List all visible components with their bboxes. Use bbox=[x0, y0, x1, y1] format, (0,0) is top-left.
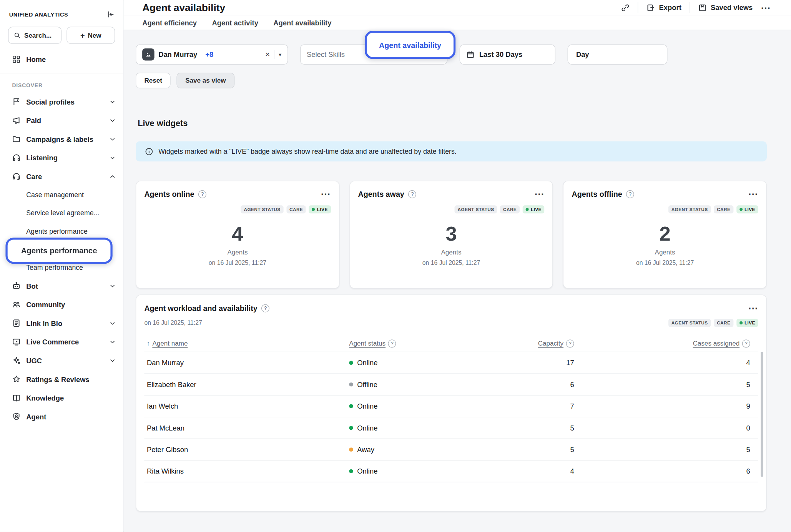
tab-agent-efficiency[interactable]: Agent efficiency bbox=[142, 19, 197, 27]
ellipsis-icon: ⋯ bbox=[748, 303, 758, 313]
share-link-button[interactable] bbox=[621, 3, 630, 12]
sidebar-item-paid[interactable]: Paid bbox=[0, 111, 123, 130]
page-link-icon bbox=[12, 319, 21, 328]
sidebar-item-ugc[interactable]: UGC bbox=[0, 351, 123, 370]
help-icon[interactable]: ? bbox=[742, 339, 750, 347]
capacity-cell: 5 bbox=[500, 424, 578, 432]
plus-icon: + bbox=[80, 32, 85, 39]
granularity-value: Day bbox=[576, 50, 589, 58]
table-row[interactable]: Rita Wilkins Online 4 6 bbox=[144, 461, 758, 482]
agent-status-cell: Offline bbox=[349, 381, 500, 389]
agent-shield-icon bbox=[12, 412, 21, 421]
export-button[interactable]: Export bbox=[646, 3, 681, 12]
care-badge: CARE bbox=[714, 205, 733, 213]
saved-views-button[interactable]: Saved views bbox=[698, 3, 753, 12]
new-button[interactable]: + New bbox=[66, 27, 115, 44]
export-icon bbox=[646, 3, 655, 12]
table-row[interactable]: Pat McLean Online 5 0 bbox=[144, 417, 758, 439]
table-scrollbar[interactable] bbox=[761, 352, 763, 477]
help-icon[interactable]: ? bbox=[388, 339, 396, 347]
sidebar-item-label: Paid bbox=[26, 116, 41, 125]
status-dot bbox=[349, 469, 353, 474]
sort-asc-icon[interactable]: ↑ bbox=[147, 340, 150, 347]
tab-agent-availability[interactable]: Agent availability bbox=[273, 19, 331, 27]
help-icon[interactable]: ? bbox=[566, 339, 574, 347]
skills-placeholder: Select Skills bbox=[307, 50, 345, 58]
ellipsis-icon: ⋯ bbox=[761, 3, 771, 13]
sidebar-item-live-commerce[interactable]: Live Commerce bbox=[0, 332, 123, 351]
link-icon bbox=[621, 3, 630, 12]
card-menu-button[interactable]: ⋯ bbox=[748, 189, 758, 199]
card-menu-button[interactable]: ⋯ bbox=[321, 189, 331, 199]
agent-filter-chip[interactable]: Dan Murray +8 ✕ ▾ bbox=[136, 45, 288, 65]
headset-icon bbox=[12, 172, 21, 181]
cases-assigned-cell: 9 bbox=[578, 402, 758, 410]
sidebar-item-campaigns-labels[interactable]: Campaigns & labels bbox=[0, 130, 123, 148]
live-info-banner: Widgets marked with a "LIVE" badge alway… bbox=[136, 141, 767, 162]
table-row[interactable]: Ian Welch Online 7 9 bbox=[144, 396, 758, 417]
clear-filter-icon[interactable]: ✕ bbox=[265, 51, 270, 58]
sidebar-item-service-level-agreements[interactable]: Service level agreeme... bbox=[0, 204, 123, 222]
card-menu-button[interactable]: ⋯ bbox=[748, 303, 758, 313]
search-input[interactable]: Search... bbox=[8, 27, 61, 44]
capacity-cell: 6 bbox=[500, 381, 578, 389]
metric-value: 4 bbox=[144, 223, 331, 245]
chevron-down-icon bbox=[109, 357, 116, 364]
sidebar-item-link-in-bio[interactable]: Link in Bio bbox=[0, 314, 123, 332]
table-row[interactable]: Elizabeth Baker Offline 6 5 bbox=[144, 374, 758, 396]
column-capacity[interactable]: Capacity bbox=[538, 339, 563, 347]
save-as-view-button[interactable]: Save as view bbox=[177, 73, 234, 88]
chevron-down-icon[interactable]: ▾ bbox=[279, 52, 281, 57]
agents-offline-card: Agents offline ? ⋯ AGENT STATUS CARE LIV… bbox=[563, 181, 767, 289]
chevron-down-icon bbox=[109, 98, 116, 105]
agent-status-cell: Online bbox=[349, 467, 500, 475]
metric-timestamp: on 16 Jul 2025, 11:27 bbox=[144, 259, 331, 266]
annotation-agent-availability-tab[interactable]: Agent availability bbox=[365, 31, 455, 59]
column-cases-assigned[interactable]: Cases assigned bbox=[693, 339, 739, 347]
annotation-tab-label: Agent availability bbox=[379, 41, 441, 49]
folder-icon bbox=[12, 135, 21, 143]
metric-value: 2 bbox=[572, 223, 758, 245]
annotation-agents-performance: Agents performance bbox=[5, 238, 112, 264]
ellipsis-icon: ⋯ bbox=[321, 189, 331, 199]
sidebar-item-label: Campaigns & labels bbox=[26, 135, 93, 143]
people-icon bbox=[12, 300, 21, 309]
page-content: Dan Murray +8 ✕ ▾ Select Skills ▾ bbox=[124, 30, 791, 532]
help-icon[interactable]: ? bbox=[408, 190, 416, 198]
sidebar-item-agent[interactable]: Agent bbox=[0, 407, 123, 426]
column-agent-name[interactable]: Agent name bbox=[152, 339, 188, 347]
sidebar-item-ratings-reviews[interactable]: Ratings & Reviews bbox=[0, 370, 123, 389]
date-range-value: Last 30 Days bbox=[479, 50, 522, 58]
help-icon[interactable]: ? bbox=[261, 304, 269, 312]
help-icon[interactable]: ? bbox=[626, 190, 634, 198]
sidebar-item-listening[interactable]: Listening bbox=[0, 148, 123, 167]
collapse-sidebar-button[interactable] bbox=[106, 10, 115, 18]
capacity-cell: 7 bbox=[500, 402, 578, 410]
sidebar-item-care[interactable]: Care bbox=[0, 167, 123, 186]
new-button-label: New bbox=[88, 32, 101, 39]
card-title: Agents offline bbox=[572, 190, 622, 198]
sidebar-item-community[interactable]: Community bbox=[0, 295, 123, 314]
table-row[interactable]: Peter Gibson Away 5 5 bbox=[144, 439, 758, 461]
column-agent-status[interactable]: Agent status bbox=[349, 339, 386, 347]
sidebar-item-case-management[interactable]: Case management bbox=[0, 186, 123, 204]
sidebar-item-knowledge[interactable]: Knowledge bbox=[0, 389, 123, 407]
sidebar-item-home[interactable]: Home bbox=[0, 50, 123, 69]
table-row[interactable]: Dan Murray Online 17 4 bbox=[144, 352, 758, 374]
help-icon[interactable]: ? bbox=[198, 190, 206, 198]
tab-agent-activity[interactable]: Agent activity bbox=[212, 19, 258, 27]
sidebar-item-social-profiles[interactable]: Social profiles bbox=[0, 92, 123, 111]
header-more-button[interactable]: ⋯ bbox=[761, 3, 771, 13]
metric-timestamp: on 16 Jul 2025, 11:27 bbox=[358, 259, 544, 266]
flag-icon bbox=[12, 97, 21, 106]
date-range-picker[interactable]: Last 30 Days bbox=[460, 45, 555, 65]
report-tabs: Agent efficiency Agent activity Agent av… bbox=[124, 16, 791, 30]
granularity-select[interactable]: Day bbox=[568, 45, 668, 65]
sidebar-item-bot[interactable]: Bot bbox=[0, 276, 123, 295]
agents-away-card: Agents away ? ⋯ AGENT STATUS CARE LIVE 3… bbox=[349, 181, 553, 289]
card-menu-button[interactable]: ⋯ bbox=[534, 189, 544, 199]
status-label: Online bbox=[357, 467, 377, 475]
status-label: Online bbox=[357, 359, 377, 367]
status-dot bbox=[349, 447, 353, 452]
reset-button[interactable]: Reset bbox=[136, 73, 171, 88]
